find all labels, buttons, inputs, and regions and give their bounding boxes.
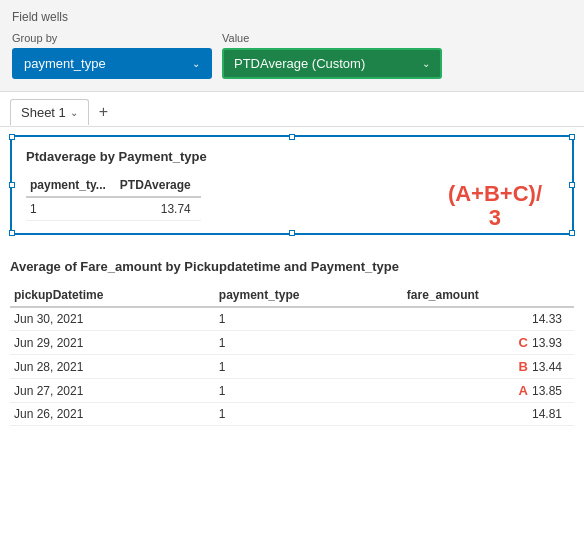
resize-handle-bl[interactable] (9, 230, 15, 236)
field-wells-row: Group by payment_type ⌄ Value PTDAverage… (12, 32, 572, 79)
chart2-fare: A13.85 (403, 379, 574, 403)
chart-2-header-row: pickupDatetime payment_type fare_amount (10, 284, 574, 307)
table-row: Jun 27, 20211A13.85 (10, 379, 574, 403)
fare-badge-a: A (519, 383, 528, 398)
value-well: Value PTDAverage (Custom) ⌄ (222, 32, 442, 79)
chart-1-container: Ptdaverage by Payment_type payment_ty...… (10, 135, 574, 235)
sheet-tab-1[interactable]: Sheet 1 ⌄ (10, 99, 89, 125)
chart-2-container: Average of Fare_amount by Pickupdatetime… (10, 249, 574, 436)
group-by-chevron-icon: ⌄ (192, 58, 200, 69)
value-chevron-icon: ⌄ (422, 58, 430, 69)
formula-text: (A+B+C)/3 (448, 181, 542, 230)
chart-2-col-date: pickupDatetime (10, 284, 215, 307)
field-wells-title: Field wells (12, 10, 572, 24)
chart2-fare: B13.44 (403, 355, 574, 379)
fare-value: 14.33 (532, 312, 562, 326)
chart-1-col-type: payment_ty... (26, 174, 116, 197)
chart2-type: 1 (215, 355, 403, 379)
chart-1-table: payment_ty... PTDAverage 1 13.74 (26, 174, 201, 221)
chart-1-col-avg: PTDAverage (116, 174, 201, 197)
sheet-tab-1-label: Sheet 1 (21, 105, 66, 120)
group-by-well: Group by payment_type ⌄ (12, 32, 212, 79)
group-by-dropdown[interactable]: payment_type ⌄ (12, 48, 212, 79)
add-sheet-button[interactable]: + (91, 98, 116, 126)
chart2-fare: 14.81 (403, 403, 574, 426)
chart2-date: Jun 28, 2021 (10, 355, 215, 379)
chart2-date: Jun 27, 2021 (10, 379, 215, 403)
value-dropdown[interactable]: PTDAverage (Custom) ⌄ (222, 48, 442, 79)
chart-2-title: Average of Fare_amount by Pickupdatetime… (10, 259, 574, 274)
formula-overlay: (A+B+C)/3 (448, 182, 542, 230)
resize-handle-bc[interactable] (289, 230, 295, 236)
fare-value: 13.85 (532, 384, 562, 398)
fare-value: 13.93 (532, 336, 562, 350)
main-content: Ptdaverage by Payment_type payment_ty...… (0, 127, 584, 444)
resize-handle-br[interactable] (569, 230, 575, 236)
chart-2-table: pickupDatetime payment_type fare_amount … (10, 284, 574, 426)
resize-handle-tl[interactable] (9, 134, 15, 140)
fare-badge-c: C (519, 335, 528, 350)
chart2-date: Jun 26, 2021 (10, 403, 215, 426)
chart2-type: 1 (215, 307, 403, 331)
resize-handle-tr[interactable] (569, 134, 575, 140)
table-row: 1 13.74 (26, 197, 201, 221)
chart-1-row-value: 13.74 (116, 197, 201, 221)
chart2-date: Jun 29, 2021 (10, 331, 215, 355)
resize-handle-mr[interactable] (569, 182, 575, 188)
chart2-date: Jun 30, 2021 (10, 307, 215, 331)
resize-handle-ml[interactable] (9, 182, 15, 188)
value-value: PTDAverage (Custom) (234, 56, 365, 71)
fare-badge-b: B (519, 359, 528, 374)
chart2-fare: C13.93 (403, 331, 574, 355)
table-row: Jun 28, 20211B13.44 (10, 355, 574, 379)
chart-2-col-fare: fare_amount (403, 284, 574, 307)
chart2-type: 1 (215, 403, 403, 426)
chart-1-title: Ptdaverage by Payment_type (26, 149, 558, 164)
value-label: Value (222, 32, 442, 44)
table-row: Jun 29, 20211C13.93 (10, 331, 574, 355)
chart-1-row-type: 1 (26, 197, 116, 221)
group-by-label: Group by (12, 32, 212, 44)
chart2-type: 1 (215, 331, 403, 355)
table-row: Jun 26, 2021114.81 (10, 403, 574, 426)
sheet-tabs-bar: Sheet 1 ⌄ + (0, 92, 584, 127)
chart2-fare: 14.33 (403, 307, 574, 331)
chart-1-header-row: payment_ty... PTDAverage (26, 174, 201, 197)
resize-handle-tc[interactable] (289, 134, 295, 140)
sheet-tab-chevron-icon: ⌄ (70, 107, 78, 118)
chart-2-col-type: payment_type (215, 284, 403, 307)
chart2-type: 1 (215, 379, 403, 403)
table-row: Jun 30, 2021114.33 (10, 307, 574, 331)
group-by-value: payment_type (24, 56, 106, 71)
field-wells-section: Field wells Group by payment_type ⌄ Valu… (0, 0, 584, 92)
fare-value: 14.81 (532, 407, 562, 421)
fare-value: 13.44 (532, 360, 562, 374)
